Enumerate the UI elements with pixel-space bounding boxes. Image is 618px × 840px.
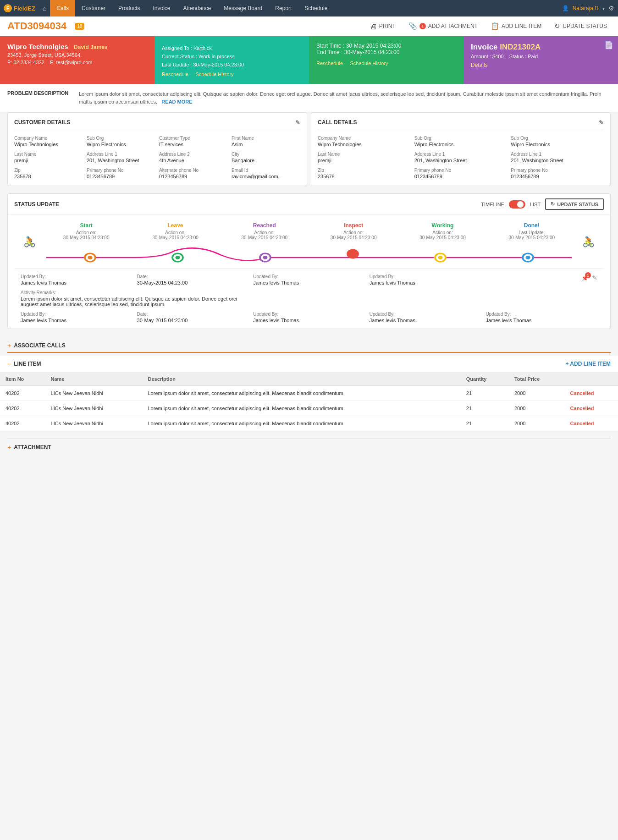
nav-report[interactable]: Report bbox=[269, 0, 298, 16]
line-item-toggle[interactable]: − bbox=[7, 360, 11, 368]
user-icon: 👤 bbox=[562, 5, 569, 11]
timeline-toggle[interactable] bbox=[509, 200, 525, 209]
step-inspect-action: Action on: bbox=[309, 230, 398, 235]
toolbar-actions: 🖨 PRINT 📎 1 ADD ATTACHMENT 📋 ADD LINE IT… bbox=[366, 20, 611, 32]
step-inspect: Inspect Action on: 30-May-2015 04:23:00 bbox=[309, 222, 398, 240]
nav-schedule[interactable]: Schedule bbox=[298, 0, 334, 16]
add-line-item-button[interactable]: + ADD LINE ITEM bbox=[565, 361, 611, 367]
update-r2-field-1: Updated By: James levis Thomas bbox=[21, 312, 132, 323]
nav-products[interactable]: Products bbox=[112, 0, 146, 16]
field-last-name: Last Name premji bbox=[14, 152, 83, 163]
step-inspect-date: 30-May-2015 04:23:00 bbox=[309, 235, 398, 240]
add-attachment-button[interactable]: 📎 1 ADD ATTACHMENT bbox=[405, 20, 481, 32]
customer-address: 23453, Jorge Street, USA.34564. bbox=[7, 52, 147, 58]
step-working-date: 30-May-2015 04:23:00 bbox=[398, 235, 487, 240]
update-status-button[interactable]: ↻ UPDATE STATUS bbox=[545, 198, 604, 210]
call-details-box: CALL DETAILS ✎ Company Name Wipro Techno… bbox=[311, 112, 611, 186]
col-status bbox=[565, 373, 618, 386]
col-quantity: Quantity bbox=[461, 373, 509, 386]
home-icon[interactable]: ⌂ bbox=[43, 5, 46, 12]
status-badge: Cancelled bbox=[570, 406, 594, 411]
problem-label: PROBLEM DESCRIPTION bbox=[7, 90, 72, 96]
customer-details-grid: Company Name Wipro Technologies Sub Org … bbox=[14, 136, 300, 179]
time-history-link[interactable]: Schedule History bbox=[350, 60, 388, 66]
invoice-details: Amount : $400 Status : Paid bbox=[471, 54, 611, 59]
step-done-action: Last Update: bbox=[487, 230, 576, 235]
nav-customer[interactable]: Customer bbox=[75, 0, 112, 16]
update-status-refresh-icon: ↻ bbox=[551, 201, 555, 207]
call-field-addr1b: Address Line 1 201, Washington Street bbox=[511, 152, 604, 163]
cell-name: LICs New Jeevan Nidhi bbox=[45, 386, 143, 401]
chevron-down-icon[interactable]: ▾ bbox=[602, 6, 605, 11]
update-edit-icon[interactable]: ✎ bbox=[592, 274, 597, 281]
step-working: Working Action on: 30-May-2015 04:23:00 bbox=[398, 222, 487, 240]
call-edit-icon[interactable]: ✎ bbox=[599, 119, 604, 126]
biker-end-icon: 🚴 bbox=[582, 236, 595, 247]
call-field-company: Company Name Wipro Technologies bbox=[318, 136, 411, 147]
update-r2-field-2: Date: 30-May-2015 04:23:00 bbox=[137, 312, 249, 323]
schedule-history-link[interactable]: Schedule History bbox=[195, 71, 233, 77]
nav-calls[interactable]: Calls bbox=[50, 0, 75, 16]
print-icon: 🖨 bbox=[370, 22, 377, 30]
cell-quantity: 21 bbox=[461, 416, 509, 431]
step-start: Start Action on: 30-May-2015 04:23:00 bbox=[42, 222, 131, 240]
call-field-addr1: Address Line 1 201, Washington Street bbox=[414, 152, 508, 163]
associate-calls-divider bbox=[7, 352, 611, 353]
update-field-3: Updated By: James levis Thomas bbox=[253, 274, 365, 285]
time-reschedule-link[interactable]: Reschedule bbox=[316, 60, 343, 66]
svg-point-6 bbox=[348, 250, 358, 258]
col-description: Description bbox=[142, 373, 460, 386]
cell-description: Lorem ipsum dolor sit amet, consectetur … bbox=[142, 416, 460, 431]
add-line-item-button-toolbar[interactable]: 📋 ADD LINE ITEM bbox=[487, 20, 545, 32]
gear-icon[interactable]: ⚙ bbox=[608, 5, 614, 12]
field-address1: Address Line 1 201, Washington Street bbox=[87, 152, 155, 163]
end-time: End Time : 30-May-2015 04:23:00 bbox=[316, 49, 456, 55]
print-label: PRINT bbox=[379, 23, 396, 29]
cell-description: Lorem ipsum dolor sit amet, consectetur … bbox=[142, 386, 460, 401]
customer-details-box: CUSTOMER DETAILS ✎ Company Name Wipro Te… bbox=[7, 112, 307, 186]
problem-text: Lorem ipsum dolor sit amet, consectetur … bbox=[79, 90, 611, 105]
cell-item-no: 40202 bbox=[0, 401, 45, 416]
last-update: Last Update : 30-May-2015 04:23:00 bbox=[162, 62, 302, 67]
nav-invoice[interactable]: Invoice bbox=[146, 0, 177, 16]
field-primary-phone: Primary phone No 0123456789 bbox=[87, 168, 155, 179]
call-field-phone1: Primary phone No 0123456789 bbox=[414, 168, 508, 179]
status-update-header: STATUS UPDATE TIMELINE LIST ↻ UPDATE STA… bbox=[8, 194, 610, 215]
read-more-link[interactable]: READ MORE bbox=[161, 99, 192, 104]
call-field-phone2: Primary phone No 0123456789 bbox=[511, 168, 604, 179]
nav-message-board[interactable]: Message Board bbox=[217, 0, 269, 16]
call-details-grid: Company Name Wipro Technologies Sub Org … bbox=[318, 136, 604, 179]
timeline-steps: Start Action on: 30-May-2015 04:23:00 Le… bbox=[42, 222, 576, 240]
step-reached: Reached Action on: 30-May-2015 04:23:00 bbox=[220, 222, 309, 240]
customer-company: Wipro Technolgies David James bbox=[7, 43, 147, 50]
associate-calls-toggle[interactable]: + bbox=[7, 342, 11, 349]
update-status-button-toolbar[interactable]: ↻ UPDATE STATUS bbox=[551, 20, 611, 32]
call-details-title: CALL DETAILS ✎ bbox=[318, 119, 604, 130]
attachment-toggle[interactable]: + bbox=[7, 444, 11, 451]
step-leave: Leave Action on: 30-May-2015 04:23:00 bbox=[131, 222, 220, 240]
update-status-btn-label: UPDATE STATUS bbox=[557, 202, 598, 207]
timeline-svg bbox=[46, 244, 572, 267]
line-item-header: − LINE ITEM + ADD LINE ITEM bbox=[0, 356, 618, 373]
toolbar: ATD3094034 18 🖨 PRINT 📎 1 ADD ATTACHMENT… bbox=[0, 16, 618, 36]
refresh-icon: ↻ bbox=[554, 22, 560, 30]
customer-agent: David James bbox=[74, 44, 107, 50]
timeline-label: TIMELINE bbox=[481, 202, 504, 207]
reschedule-link[interactable]: Reschedule bbox=[162, 71, 188, 77]
invoice-title: Invoice IND21302A bbox=[471, 43, 611, 52]
step-leave-label: Leave bbox=[131, 222, 220, 229]
svg-point-10 bbox=[525, 256, 530, 259]
problem-description-section: PROBLEM DESCRIPTION Lorem ipsum dolor si… bbox=[0, 84, 618, 112]
invoice-details-link[interactable]: Details bbox=[471, 62, 488, 68]
status-controls: TIMELINE LIST ↻ UPDATE STATUS bbox=[481, 198, 604, 210]
call-id: ATD3094034 bbox=[7, 20, 66, 32]
print-button[interactable]: 🖨 PRINT bbox=[366, 21, 399, 32]
nav-attendance[interactable]: Attendance bbox=[177, 0, 218, 16]
toggle-knob bbox=[517, 201, 524, 208]
cell-total-price: 2000 bbox=[509, 401, 565, 416]
start-time: Start Time : 30-May-2015 04:23:00 bbox=[316, 43, 456, 49]
customer-edit-icon[interactable]: ✎ bbox=[295, 119, 300, 126]
update-info: 📌 1 ✎ Updated By: James levis Thomas Dat… bbox=[14, 268, 604, 329]
add-attachment-label: ADD ATTACHMENT bbox=[428, 23, 478, 29]
associate-calls-title: ASSOCIATE CALLS bbox=[14, 342, 65, 349]
